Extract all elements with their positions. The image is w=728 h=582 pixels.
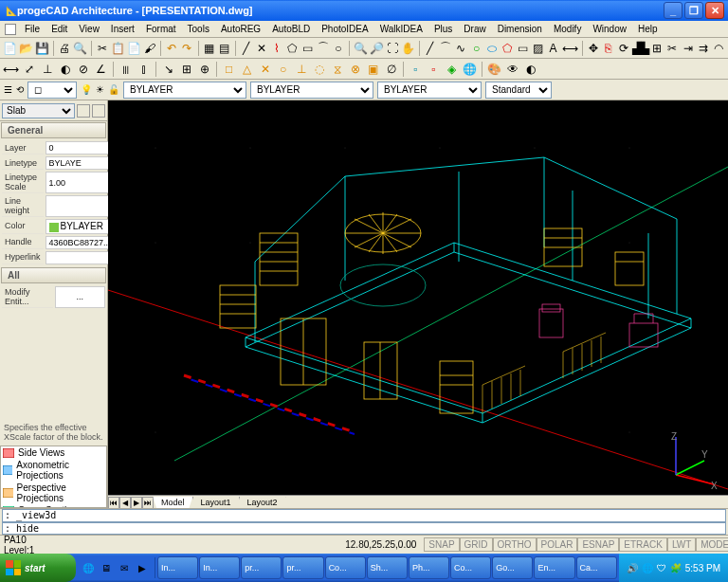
zoom-extents-icon[interactable]: ⛶ [385,39,400,57]
dim-angular-icon[interactable]: ∠ [92,60,110,78]
explorer-icon[interactable]: ▦ [201,39,216,57]
layer-color-combo[interactable]: ◻ [27,82,77,99]
zoom-in-icon[interactable]: 🔍 [353,39,369,57]
menu-edit[interactable]: Edit [46,22,73,36]
modify-move-icon[interactable]: ✥ [586,39,601,57]
modify-rotate-icon[interactable]: ⟳ [616,39,631,57]
system-tray[interactable]: 🔊 🌐 🛡 🧩 5:53 PM [619,554,728,582]
layer-lock-icon[interactable]: 🔓 [108,84,119,95]
osnap-int-icon[interactable]: ✕ [256,60,274,78]
draw-rect-icon[interactable]: ▭ [515,39,530,57]
view-side[interactable]: Side Views [1,446,106,459]
section-general[interactable]: General [1,122,106,138]
tray-icon[interactable]: 🌐 [642,563,653,573]
layer-previous-icon[interactable]: ⟲ [16,84,24,95]
menu-modify[interactable]: Modify [548,22,587,36]
tab-first-icon[interactable]: ⏮ [108,497,119,509]
osnap-none-icon[interactable]: ∅ [382,60,400,78]
arc-icon[interactable]: ⌒ [316,39,331,57]
tab-layout2[interactable]: Layout2 [239,497,286,509]
menu-photoidea[interactable]: PhotoIDEA [316,22,373,36]
copy-icon[interactable]: 📋 [110,39,126,57]
doc-icon[interactable] [5,24,16,35]
redo-icon[interactable]: ↷ [179,39,194,57]
task-item[interactable]: In... [157,556,198,579]
shade-icon[interactable]: ◐ [521,60,539,78]
ql-desktop-icon[interactable]: 🖥 [98,557,115,578]
view-iso-icon[interactable]: ◈ [443,60,461,78]
task-item[interactable]: Sh... [367,556,408,579]
preview-icon[interactable]: 🔍 [72,39,88,57]
start-button[interactable]: start [0,554,76,582]
undo-icon[interactable]: ↶ [164,39,179,57]
properties-icon[interactable]: ▤ [217,39,232,57]
view-axon[interactable]: Axonometric Projections [1,459,106,482]
layer-combo[interactable]: BYLAYER [123,82,246,99]
tab-model[interactable]: Model [153,497,193,509]
leader-icon[interactable]: ↘ [159,60,177,78]
hatch-icon[interactable]: ▨ [530,39,545,57]
task-item[interactable]: pr... [282,556,323,579]
toggle-esnap[interactable]: ESNAP [577,537,619,552]
osnap-per-icon[interactable]: ⊥ [292,60,310,78]
menu-format[interactable]: Format [140,22,182,36]
menu-dimension[interactable]: Dimension [492,22,548,36]
modify-fillet-icon[interactable]: ◠ [711,39,726,57]
dim-radius-icon[interactable]: ◐ [56,60,74,78]
style-combo[interactable]: Standard [485,82,552,99]
task-item[interactable]: En... [534,556,574,579]
menu-draw[interactable]: Draw [458,22,491,36]
dim-continue-icon[interactable]: ⫿ [135,60,153,78]
view-front-icon[interactable]: ▫ [425,60,443,78]
draw-arc-icon[interactable]: ⌒ [438,39,453,57]
minimize-button[interactable]: _ [664,2,682,19]
dim-diameter-icon[interactable]: ⊘ [74,60,92,78]
ql-mail-icon[interactable]: ✉ [116,557,133,578]
task-item[interactable]: Ca... [576,556,617,579]
ql-media-icon[interactable]: ▶ [134,557,151,578]
menu-tools[interactable]: Tools [182,22,215,36]
toggle-ortho[interactable]: ORTHO [493,537,537,552]
task-item[interactable]: Co... [325,556,366,579]
menu-view[interactable]: View [73,22,105,36]
selection-combo[interactable]: Slab [2,103,75,118]
orbit-icon[interactable]: 🌐 [461,60,479,78]
tray-icon[interactable]: 🛡 [657,563,666,573]
osnap-node-icon[interactable]: ⊗ [346,60,364,78]
tray-icon[interactable]: 🔊 [627,563,638,573]
polygon-icon[interactable]: ⬠ [284,39,300,57]
prop-layer-value[interactable]: 0 [46,141,115,155]
circle-icon[interactable]: ○ [331,39,346,57]
osnap-cen-icon[interactable]: ○ [274,60,292,78]
zoom-out-icon[interactable]: 🔎 [369,39,385,57]
match-icon[interactable]: 🖌 [142,39,157,57]
osnap-tan-icon[interactable]: ◌ [310,60,328,78]
osnap-mid-icon[interactable]: △ [238,60,256,78]
command-input[interactable]: : hide [2,522,726,536]
tab-layout1[interactable]: Layout1 [192,497,240,509]
menu-insert[interactable]: Insert [105,22,140,36]
close-button[interactable]: ✕ [705,2,724,19]
draw-ellipse-icon[interactable]: ⬭ [484,39,500,57]
dim-icon[interactable]: ⟷ [561,39,579,57]
draw-spline-icon[interactable]: ∿ [453,39,468,57]
pick-icon[interactable] [92,104,105,118]
tray-icon[interactable]: 🧩 [670,563,682,573]
osnap-ins-icon[interactable]: ▣ [364,60,382,78]
prop-linetype-value[interactable]: BYLAYE [46,156,115,170]
prop-ltscale-value[interactable]: 1.00 [46,172,115,193]
toggle-lwt[interactable]: LWT [667,537,696,552]
lineweight-combo[interactable]: BYLAYER [377,82,482,99]
restore-button[interactable]: ❐ [684,2,703,19]
modify-extend-icon[interactable]: ⇥ [681,39,696,57]
tab-last-icon[interactable]: ⏭ [142,497,154,509]
modify-offset-icon[interactable]: ⇉ [696,39,711,57]
toggle-polar[interactable]: POLAR [537,537,578,552]
paste-icon[interactable]: 📄 [126,39,142,57]
view-top-icon[interactable]: ▫ [407,60,425,78]
dim-aligned-icon[interactable]: ⤢ [20,60,38,78]
task-item[interactable]: pr... [241,556,282,579]
draw-circle-icon[interactable]: ○ [468,39,483,57]
pan-icon[interactable]: ✋ [400,39,416,57]
save-icon[interactable]: 💾 [34,39,50,57]
